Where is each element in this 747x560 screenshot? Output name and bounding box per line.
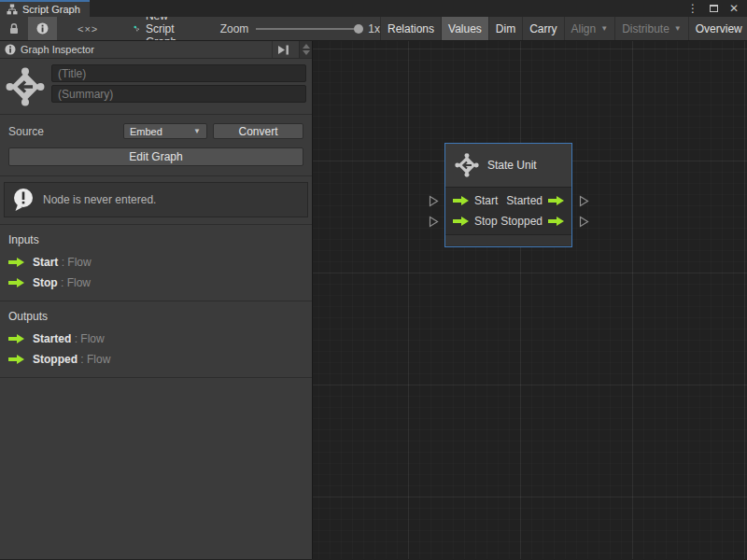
node-footer: [445, 234, 571, 245]
code-view-button[interactable]: <×>: [57, 17, 119, 40]
convert-button[interactable]: Convert: [213, 123, 303, 139]
zoom-slider[interactable]: [256, 28, 360, 30]
port-row: Start : Flow: [8, 256, 303, 269]
source-section: Source Embed ▼ Convert Edit Graph: [0, 115, 312, 176]
dock-panel-button[interactable]: [272, 41, 294, 58]
port-type: : Flow: [71, 332, 104, 345]
convert-label: Convert: [238, 125, 277, 138]
node-title: State Unit: [487, 159, 537, 172]
source-dropdown-value: Embed: [130, 126, 162, 137]
tab-script-graph[interactable]: Script Graph: [0, 0, 90, 17]
relations-button[interactable]: Relations: [380, 17, 441, 40]
hierarchy-icon: [7, 4, 18, 15]
relations-label: Relations: [388, 22, 434, 35]
output-port-arrow-icon[interactable]: [548, 196, 564, 205]
zoom-control: Zoom 1x: [220, 17, 380, 40]
input-port-label: Stop: [474, 215, 498, 228]
port-name: Started: [33, 332, 71, 345]
chevron-down-icon: ▼: [600, 24, 608, 33]
inspector-header: Graph Inspector: [0, 41, 312, 59]
scroll-down-icon[interactable]: [303, 50, 310, 55]
titlebar: Script Graph ⋮ ✕: [0, 0, 747, 17]
state-unit-node[interactable]: State Unit Start Started: [444, 143, 572, 247]
panel-scroll-arrows[interactable]: [299, 41, 312, 58]
flow-arrow-icon: [8, 334, 24, 343]
info-icon: [36, 22, 49, 35]
tab-title: Script Graph: [22, 4, 80, 15]
zoom-label: Zoom: [220, 22, 249, 35]
port-row: Stop : Flow: [8, 276, 303, 289]
warning-section: Node is never entered.: [0, 176, 312, 225]
chevron-down-icon: ▼: [674, 24, 682, 33]
graph-asset-name: New Script Graph: [146, 17, 185, 41]
outputs-title: Outputs: [8, 310, 303, 323]
port-type: : Flow: [58, 276, 91, 289]
external-input-port-icon[interactable]: [429, 195, 439, 207]
external-input-port-icon[interactable]: [429, 216, 439, 228]
align-button[interactable]: Align ▼: [564, 17, 615, 40]
scroll-up-icon[interactable]: [303, 44, 310, 49]
state-unit-icon: [455, 153, 479, 177]
port-name: Stopped: [33, 353, 78, 366]
info-icon: [5, 44, 16, 55]
graph-canvas[interactable]: State Unit Start Started: [313, 41, 747, 559]
inspector-title: Graph Inspector: [21, 44, 94, 55]
align-label: Align: [571, 22, 597, 35]
inspector-empty-area: [0, 378, 312, 559]
warning-box: Node is never entered.: [4, 182, 308, 217]
output-port-label: Started: [506, 194, 543, 207]
lock-button[interactable]: [0, 17, 28, 40]
zoom-slider-thumb[interactable]: [354, 24, 363, 34]
carry-label: Carry: [529, 22, 557, 35]
port-name: Start: [33, 256, 58, 269]
dim-button[interactable]: Dim: [488, 17, 522, 40]
edit-graph-label: Edit Graph: [129, 150, 182, 163]
overview-label: Overview: [696, 22, 742, 35]
graph-asset-button[interactable]: New Script Graph: [124, 17, 193, 40]
input-port-label: Start: [474, 194, 498, 207]
graph-title-field[interactable]: [51, 64, 306, 82]
source-dropdown[interactable]: Embed ▼: [123, 123, 207, 139]
zoom-value: 1x: [368, 22, 380, 35]
values-label: Values: [448, 22, 482, 35]
script-graph-window: Script Graph ⋮ ✕ <×>: [0, 0, 747, 560]
flow-arrow-icon: [8, 258, 24, 267]
menu-icon[interactable]: ⋮: [687, 3, 698, 14]
inputs-title: Inputs: [8, 233, 303, 246]
node-header[interactable]: State Unit: [445, 144, 571, 188]
code-icon: <×>: [78, 23, 98, 35]
lock-icon: [8, 22, 20, 35]
values-button[interactable]: Values: [441, 17, 488, 40]
port-type: : Flow: [58, 256, 91, 269]
warning-text: Node is never entered.: [43, 193, 156, 206]
graph-summary-field[interactable]: [51, 85, 306, 103]
output-port-arrow-icon[interactable]: [548, 217, 564, 226]
graph-inspector-panel: Graph Inspector: [0, 41, 313, 559]
edit-graph-button[interactable]: Edit Graph: [8, 147, 303, 166]
input-port-arrow-icon[interactable]: [453, 196, 469, 205]
external-output-port-icon[interactable]: [579, 216, 589, 228]
warning-icon: [12, 188, 35, 212]
script-graph-asset-icon: [134, 21, 140, 35]
dim-label: Dim: [496, 22, 515, 35]
port-type: : Flow: [78, 353, 110, 366]
close-icon[interactable]: ✕: [729, 3, 739, 14]
flow-arrow-icon: [8, 278, 24, 287]
input-port-arrow-icon[interactable]: [453, 217, 469, 226]
carry-button[interactable]: Carry: [522, 17, 563, 40]
maximize-icon[interactable]: [710, 5, 718, 12]
overview-button[interactable]: Overview: [688, 17, 747, 40]
port-row: Stopped : Flow: [8, 353, 303, 366]
output-port-label: Stopped: [500, 215, 543, 228]
dock-icon: [277, 45, 289, 55]
inspector-toggle-button[interactable]: [28, 17, 57, 40]
toolbar: <×> New Script Graph Zoom 1x Relations V…: [0, 17, 747, 41]
distribute-button[interactable]: Distribute ▼: [614, 17, 688, 40]
node-port-row: Stop Stopped: [445, 211, 571, 231]
view-toolbar-group: Relations Values Dim Carry Align ▼ Distr…: [380, 17, 747, 40]
node-port-row: Start Started: [445, 190, 571, 211]
outputs-section: Outputs Started : Flow Stopped : Flow: [0, 301, 312, 378]
inputs-section: Inputs Start : Flow Stop : Flow: [0, 225, 312, 301]
chevron-down-icon: ▼: [193, 127, 201, 135]
external-output-port-icon[interactable]: [579, 195, 589, 207]
